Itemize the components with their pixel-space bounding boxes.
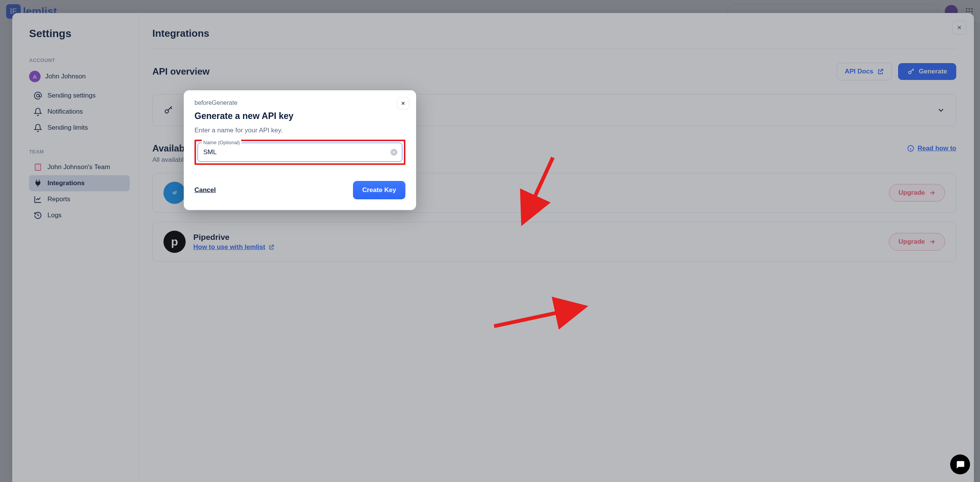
support-chat-button[interactable] [950,454,970,474]
clear-input-button[interactable] [390,149,397,156]
create-key-button[interactable]: Create Key [353,181,405,199]
modal-close-button[interactable] [397,97,409,109]
api-key-name-input[interactable] [203,148,386,156]
close-icon [392,151,395,154]
chat-icon [955,459,965,469]
close-icon [400,101,406,106]
modal-hint: Enter a name for your API key. [194,127,405,134]
modal-title: Generate a new API key [194,111,405,121]
modal-actions: Cancel Create Key [194,181,405,199]
generate-api-key-modal: beforeGenerate Generate a new API key En… [184,90,416,210]
field-highlight: Name (Optional) [194,140,405,165]
modal-pre-label: beforeGenerate [194,99,405,106]
field-label: Name (Optional) [202,140,241,145]
modal-scrim[interactable] [0,0,980,482]
cancel-button[interactable]: Cancel [194,186,216,194]
api-key-name-field: Name (Optional) [198,143,402,162]
